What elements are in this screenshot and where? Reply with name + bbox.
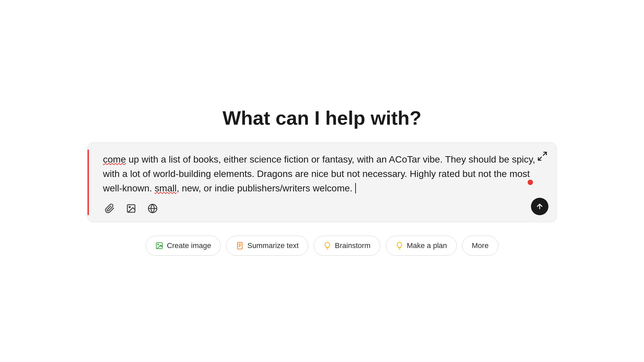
summarize-text-button[interactable]: Summarize text xyxy=(226,236,308,256)
spell-error-small: small xyxy=(155,183,176,193)
create-image-button[interactable]: Create image xyxy=(146,236,221,256)
media-icon[interactable] xyxy=(124,202,138,215)
input-text-content[interactable]: come up with a list of books, either sci… xyxy=(98,152,546,199)
recording-indicator xyxy=(528,180,533,185)
send-button[interactable] xyxy=(531,198,548,215)
action-buttons: Create image Summarize text Brainstorm xyxy=(146,236,498,256)
page-title: What can I help with? xyxy=(223,107,422,129)
main-container: What can I help with? come up with a lis… xyxy=(87,107,557,256)
toolbar-icons xyxy=(103,202,159,215)
make-a-plan-button[interactable]: Make a plan xyxy=(386,236,457,256)
create-image-label: Create image xyxy=(167,241,211,250)
input-wrapper: come up with a list of books, either sci… xyxy=(87,142,557,222)
svg-line-0 xyxy=(543,152,546,155)
expand-icon[interactable] xyxy=(536,150,548,162)
make-a-plan-label: Make a plan xyxy=(407,241,447,250)
brainstorm-icon xyxy=(323,242,331,250)
bottom-toolbar xyxy=(98,199,546,215)
spell-error-come: come xyxy=(103,154,126,165)
attach-icon[interactable] xyxy=(103,202,116,215)
svg-point-3 xyxy=(129,206,130,207)
more-button[interactable]: More xyxy=(462,236,498,256)
cursor xyxy=(355,183,356,193)
create-image-icon xyxy=(155,242,163,250)
svg-point-7 xyxy=(158,244,159,245)
web-search-icon[interactable] xyxy=(146,202,159,215)
svg-line-1 xyxy=(538,157,541,160)
summarize-icon xyxy=(236,242,244,250)
left-accent-bar xyxy=(88,149,89,215)
plan-icon xyxy=(395,242,404,250)
brainstorm-label: Brainstorm xyxy=(335,241,370,250)
brainstorm-button[interactable]: Brainstorm xyxy=(314,236,380,256)
more-label: More xyxy=(472,241,489,250)
summarize-text-label: Summarize text xyxy=(247,241,299,250)
